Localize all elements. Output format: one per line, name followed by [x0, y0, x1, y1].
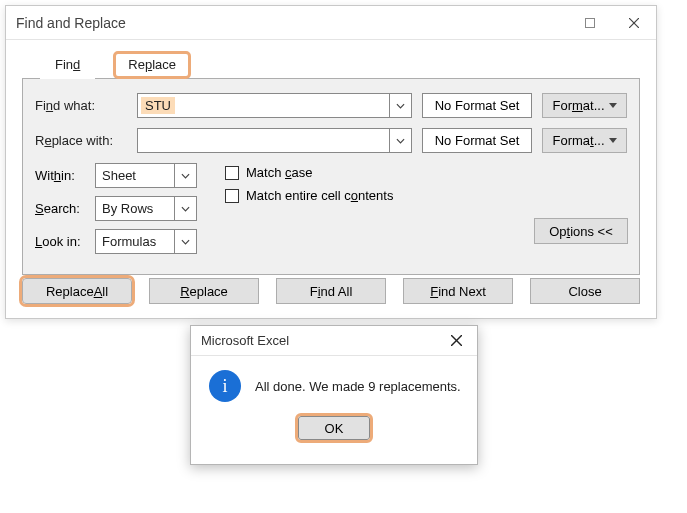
action-buttons: Replace All Replace Find All Find Next C…	[22, 278, 640, 304]
checkbox-icon	[225, 189, 239, 203]
within-select[interactable]: Sheet	[95, 163, 197, 188]
tabs: Find Replace	[40, 50, 640, 78]
find-what-input[interactable]: STU	[137, 93, 412, 118]
ok-button[interactable]: OK	[298, 416, 370, 440]
tab-find[interactable]: Find	[40, 51, 95, 79]
find-all-button[interactable]: Find All	[276, 278, 386, 304]
close-icon[interactable]	[435, 326, 477, 355]
lookin-select[interactable]: Formulas	[95, 229, 197, 254]
replace-button[interactable]: Replace	[149, 278, 259, 304]
chevron-down-icon[interactable]	[174, 164, 196, 187]
replace-with-input[interactable]	[137, 128, 412, 153]
replace-format-display: No Format Set	[422, 128, 532, 153]
find-format-display: No Format Set	[422, 93, 532, 118]
svg-marker-3	[609, 103, 617, 108]
close-button[interactable]: Close	[530, 278, 640, 304]
chevron-down-icon[interactable]	[174, 197, 196, 220]
svg-rect-0	[586, 18, 595, 27]
replace-with-label: Replace with:	[35, 133, 127, 148]
checkbox-icon	[225, 166, 239, 180]
search-label: Search:	[35, 201, 95, 216]
msgbox-message: All done. We made 9 replacements.	[255, 379, 461, 394]
options-panel: Find what: STU No Format Set Format... R…	[22, 78, 640, 275]
within-label: Within:	[35, 168, 95, 183]
options-button[interactable]: Options <<	[534, 218, 628, 244]
chevron-down-icon[interactable]	[389, 129, 411, 152]
info-icon: i	[209, 370, 241, 402]
scope-controls: Within: Sheet Search: By Rows	[35, 163, 197, 262]
chevron-down-icon[interactable]	[389, 94, 411, 117]
match-case-checkbox[interactable]: Match case	[225, 165, 393, 180]
match-options: Match case Match entire cell contents	[225, 163, 393, 262]
window-controls	[568, 6, 656, 39]
match-entire-checkbox[interactable]: Match entire cell contents	[225, 188, 393, 203]
tab-replace[interactable]: Replace	[113, 51, 191, 79]
chevron-down-icon[interactable]	[174, 230, 196, 253]
svg-marker-4	[609, 138, 617, 143]
msgbox-titlebar: Microsoft Excel	[191, 326, 477, 356]
find-what-value: STU	[141, 97, 175, 114]
message-box: Microsoft Excel i All done. We made 9 re…	[190, 325, 478, 465]
maximize-icon[interactable]	[568, 6, 612, 39]
msgbox-title: Microsoft Excel	[201, 333, 289, 348]
find-what-label: Find what:	[35, 98, 127, 113]
close-icon[interactable]	[612, 6, 656, 39]
replace-all-button[interactable]: Replace All	[22, 278, 132, 304]
replace-format-button[interactable]: Format...	[542, 128, 627, 153]
find-next-button[interactable]: Find Next	[403, 278, 513, 304]
find-format-button[interactable]: Format...	[542, 93, 627, 118]
lookin-label: Look in:	[35, 234, 95, 249]
search-select[interactable]: By Rows	[95, 196, 197, 221]
find-replace-dialog: Find and Replace Find Replace Find what:…	[5, 5, 657, 319]
dialog-title: Find and Replace	[16, 15, 126, 31]
titlebar: Find and Replace	[6, 6, 656, 40]
